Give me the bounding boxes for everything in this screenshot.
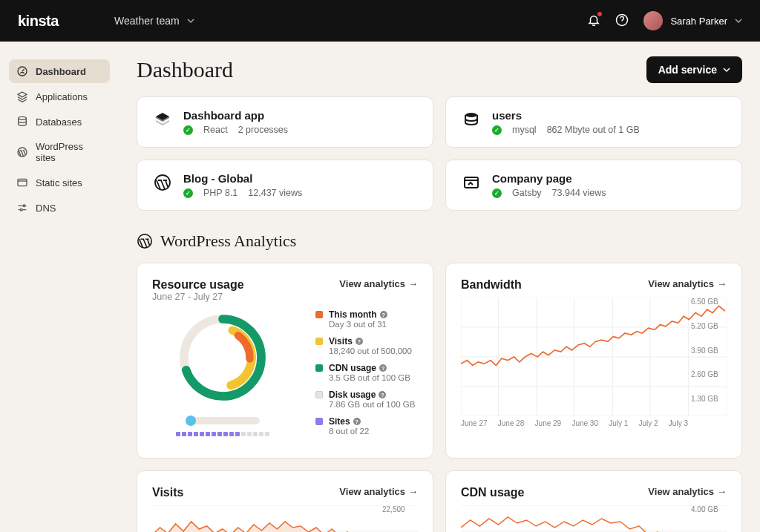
layers-icon [16,91,28,102]
help-icon: ? [353,418,361,425]
help-icon: ? [379,391,386,398]
sidebar-item-label: Static sites [36,177,82,188]
database-icon [461,109,482,130]
arrow-right-icon: → [408,486,418,497]
team-selector[interactable]: Weather team [114,15,194,27]
arrow-right-icon: → [408,278,418,289]
layers-icon [152,109,173,130]
arrow-right-icon: → [717,486,727,497]
view-analytics-link[interactable]: View analytics → [339,278,418,289]
sidebar-item-applications[interactable]: Applications [9,85,110,108]
status-ok-icon [183,125,193,135]
service-card-blog[interactable]: Blog - Global PHP 8.1 12,437 views [137,160,433,211]
panel-title: Visits [152,486,183,499]
help-icon: ? [356,338,363,345]
avatar [643,11,663,30]
sidebar-item-wordpress[interactable]: WordPress sites [9,135,110,169]
chevron-down-icon [723,66,730,73]
user-name: Sarah Parker [670,16,727,27]
sidebar: Dashboard Applications Databases WordPre… [0,42,119,532]
service-card-dashboard-app[interactable]: Dashboard app React 2 processes [137,96,433,148]
bandwidth-chart: 6.50 GB5.20 GB3.90 GB2.60 GB1.30 GB [461,298,727,416]
help-icon: ? [379,364,387,372]
mini-bars [152,432,293,436]
team-name: Weather team [114,15,180,27]
service-card-users[interactable]: users mysql 862 Mbyte out of 1 GB [445,96,742,148]
chevron-down-icon [187,17,194,24]
arrow-right-icon: → [717,278,727,289]
sidebar-item-databases[interactable]: Databases [9,110,110,134]
help-button[interactable] [615,13,629,29]
status-ok-icon [492,188,502,198]
panel-title: CDN usage [461,486,524,499]
sidebar-item-dashboard[interactable]: Dashboard [9,59,110,83]
card-meta: 862 Mbyte out of 1 GB [547,125,640,135]
database-icon [16,116,28,128]
service-card-company-page[interactable]: Company page Gatsby 73.944 views [445,160,742,211]
sidebar-item-label: Applications [36,91,88,102]
sidebar-item-dns[interactable]: DNS [9,196,110,220]
card-meta: 12,437 views [248,188,302,198]
card-meta: 73.944 views [552,188,606,198]
svg-point-7 [465,113,477,117]
bandwidth-panel: Bandwidth View analytics→ 6.50 GB5.20 GB… [445,263,742,459]
card-title: users [492,109,640,122]
topbar: kinsta Weather team Sarah Parker [0,0,760,42]
card-tech: PHP 8.1 [203,188,238,198]
legend: This month?Day 3 out of 31 Visits?18,240… [315,309,418,443]
visits-panel: Visits View analytics→ 22,50018,000 [137,470,433,532]
sliders-icon [16,202,28,214]
card-title: Dashboard app [183,109,288,122]
svg-rect-4 [18,179,27,185]
panel-title: Bandwidth [461,278,522,292]
status-ok-icon [492,125,502,135]
sidebar-item-static-sites[interactable]: Static sites [9,171,110,194]
panel-title: Resource usage [152,278,244,292]
svg-point-5 [23,205,25,207]
view-analytics-link[interactable]: View analytics→ [339,486,418,497]
sidebar-item-label: Dashboard [36,66,86,77]
browser-icon [16,177,28,188]
svg-point-2 [19,116,27,119]
sidebar-item-label: DNS [36,203,56,214]
card-title: Blog - Global [183,172,302,185]
help-icon [615,13,629,27]
visits-chart: 22,50018,000 [152,505,418,532]
notifications-button[interactable] [587,13,600,29]
card-tech: Gatsby [512,188,542,198]
slider[interactable] [186,417,260,424]
user-menu[interactable]: Sarah Parker [643,11,742,30]
browser-icon [461,172,482,193]
sidebar-item-label: Databases [36,116,82,128]
sidebar-item-label: WordPress sites [36,141,102,163]
wordpress-icon [16,146,28,158]
gauge-icon [16,65,28,77]
donut-chart [174,309,271,406]
chevron-down-icon [735,17,742,24]
view-analytics-link[interactable]: View analytics→ [648,278,727,289]
view-analytics-link[interactable]: View analytics→ [648,486,727,497]
card-tech: mysql [512,125,537,135]
status-ok-icon [183,188,193,198]
help-icon: ? [380,311,387,318]
svg-point-6 [20,208,22,211]
card-meta: 2 processes [238,125,288,135]
logo: kinsta [18,13,114,30]
cdn-chart: 4.00 GB3.20 GB [461,505,727,532]
wordpress-icon [137,233,153,249]
add-service-button[interactable]: Add service [646,56,742,83]
date-range: June 27 - July 27 [152,292,244,302]
cdn-usage-panel: CDN usage View analytics→ 4.00 GB3.20 GB [445,470,742,532]
resource-usage-panel: Resource usage June 27 - July 27 View an… [137,263,433,459]
card-title: Company page [492,172,606,185]
page-title: Dashboard [137,57,233,82]
notification-dot [597,12,602,16]
card-tech: React [203,125,228,135]
analytics-section-title: WordPress Analytics [137,231,742,251]
wordpress-icon [152,172,173,193]
